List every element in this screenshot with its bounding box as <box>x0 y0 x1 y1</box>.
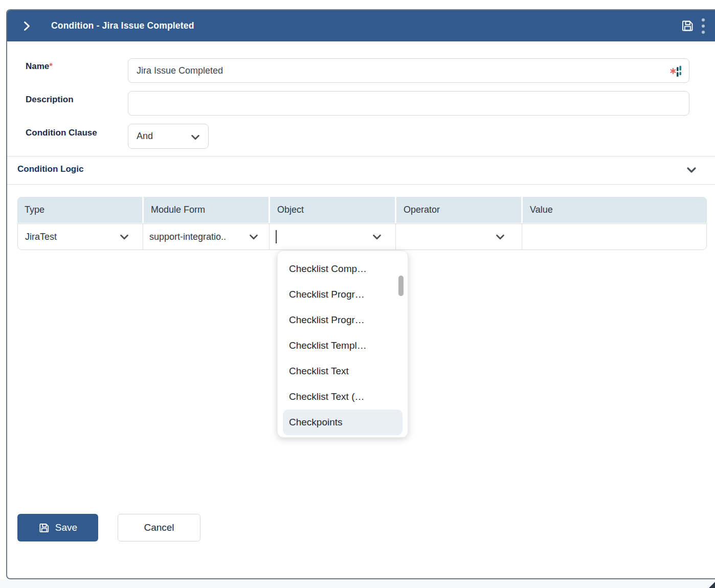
condition-editor-panel: Condition - Jira Issue Completed Name* J… <box>6 9 715 579</box>
module-form-cell-dropdown[interactable]: support-integratio.. <box>143 223 269 250</box>
column-header-operator: Operator <box>396 197 521 223</box>
name-input[interactable]: Jira Issue Completed <box>128 58 689 83</box>
divider <box>7 184 715 185</box>
dropdown-option[interactable]: Checklist Progr… <box>278 307 408 333</box>
name-input-value: Jira Issue Completed <box>137 65 223 76</box>
chevron-down-icon <box>371 231 383 245</box>
cancel-button[interactable]: Cancel <box>118 514 200 541</box>
column-header-object: Object <box>270 197 395 223</box>
chevron-down-icon <box>495 231 506 245</box>
dropdown-option-highlighted[interactable]: Checkpoints <box>283 410 403 435</box>
chevron-down-icon <box>119 231 130 245</box>
chevron-down-icon <box>190 131 201 145</box>
field-variable-icon[interactable] <box>669 64 684 81</box>
name-label: Name* <box>26 61 53 72</box>
text-cursor <box>276 230 277 243</box>
chevron-down-icon <box>248 231 259 245</box>
type-cell-value: JiraTest <box>25 232 57 242</box>
value-cell[interactable] <box>522 223 706 250</box>
cancel-button-label: Cancel <box>144 522 174 533</box>
object-cell-dropdown[interactable] <box>270 223 395 250</box>
dropdown-option[interactable]: Checklist Comp… <box>278 256 408 282</box>
column-header-module-form: Module Form <box>144 197 269 223</box>
description-input[interactable] <box>128 91 689 116</box>
save-icon[interactable] <box>681 19 695 35</box>
condition-logic-table: Type Module Form Object Operator Value J… <box>17 197 707 250</box>
condition-clause-label: Condition Clause <box>26 128 97 138</box>
condition-logic-section-title: Condition Logic <box>17 164 83 174</box>
condition-clause-select[interactable]: And <box>128 124 209 149</box>
column-header-type: Type <box>17 197 142 223</box>
divider <box>7 156 715 156</box>
panel-title: Condition - Jira Issue Completed <box>51 10 194 41</box>
save-button-icon <box>38 522 50 534</box>
page-background-strip <box>0 579 715 588</box>
description-label: Description <box>26 95 74 105</box>
column-header-value: Value <box>523 197 707 223</box>
scrollbar-thumb[interactable] <box>398 276 404 296</box>
section-collapse-icon[interactable] <box>685 164 698 178</box>
save-button[interactable]: Save <box>17 514 98 541</box>
dropdown-option[interactable]: Checklist Text <box>278 358 408 384</box>
operator-cell-dropdown[interactable] <box>396 223 521 250</box>
required-asterisk: * <box>49 61 53 71</box>
object-dropdown-menu: Checklist Comp… Checklist Progr… Checkli… <box>277 251 408 438</box>
collapse-panel-icon[interactable] <box>20 20 33 34</box>
save-button-label: Save <box>55 522 77 533</box>
name-label-text: Name <box>26 61 49 71</box>
panel-header: Condition - Jira Issue Completed <box>7 10 715 41</box>
condition-clause-value: And <box>137 131 153 142</box>
dropdown-option[interactable]: Checklist Text (… <box>278 384 408 410</box>
more-options-icon[interactable] <box>699 18 708 34</box>
resize-handle[interactable] <box>709 582 715 588</box>
module-form-cell-value: support-integratio.. <box>149 232 226 242</box>
dropdown-option[interactable]: Checklist Progr… <box>278 282 408 307</box>
dropdown-option[interactable]: Checklist Templ… <box>278 333 408 358</box>
type-cell-dropdown[interactable]: JiraTest <box>18 223 142 250</box>
